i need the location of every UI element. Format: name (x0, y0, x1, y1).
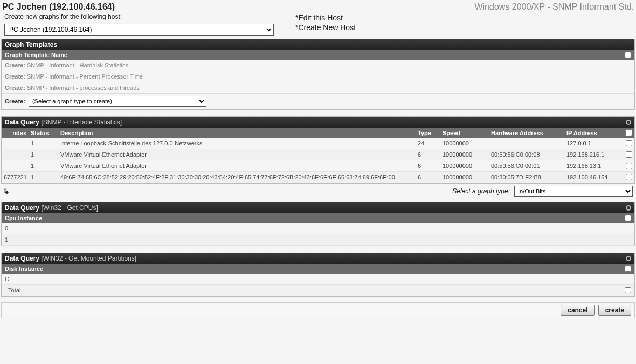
cell-type: 24 (416, 140, 440, 146)
cell-type: 6 (416, 174, 440, 180)
disk-instance-value: _Total (5, 287, 20, 293)
cell-speed: 100000000 (440, 151, 489, 158)
create-prefix: Create: (5, 73, 25, 80)
cell-ip: 192.168.13.1 (564, 163, 624, 169)
interface-row-checkbox[interactable] (626, 151, 632, 158)
interface-query-title: Data Query [SNMP - Interface Statistics] (5, 118, 122, 126)
cell-speed: 10000000 (440, 140, 489, 146)
col-index: ndex (2, 130, 29, 136)
cell-ip: 192.100.46.164 (564, 174, 624, 180)
interface-row[interactable]: 1VMware Virtual Ethernet Adapter61000000… (2, 160, 634, 172)
cell-status: 1 (29, 140, 58, 146)
disk-select-all[interactable] (625, 265, 631, 272)
cpu-instance-value: 1 (5, 236, 8, 243)
graph-template-name: SNMP - Informant - Harddisk Statistics (27, 62, 128, 68)
disk-query-panel: Data Query [WIN32 - Get Mounted Partitio… (1, 253, 635, 297)
disk-row-checkbox[interactable] (625, 287, 631, 293)
cell-hw: 00:30:05:7D:E2:B8 (489, 174, 564, 180)
cpu-query-panel: Data Query [Win32 - Get CPUs] Cpu Instan… (1, 202, 635, 246)
disk-row[interactable]: _Total (2, 285, 634, 296)
reload-icon[interactable] (626, 120, 631, 125)
interface-row-checkbox[interactable] (626, 174, 632, 180)
cpu-select-all[interactable] (625, 215, 631, 221)
cell-desc: VMware Virtual Ethernet Adapter (58, 151, 416, 158)
interface-graph-type-select[interactable]: In/Out Bits (514, 186, 633, 197)
cell-speed: 100000000 (440, 174, 489, 180)
graph-template-name-col: Graph Template Name (5, 52, 67, 58)
disk-query-title: Data Query [WIN32 - Get Mounted Partitio… (5, 255, 136, 262)
cell-status: 1 (29, 163, 58, 169)
graph-type-create-select[interactable]: (Select a graph type to create) (29, 96, 206, 107)
graph-template-row: Create: SNMP - Informant - Percent Proce… (2, 71, 634, 82)
graph-template-name: SNMP - Informant - processes and threads (27, 85, 140, 91)
create-new-host-link[interactable]: *Create New Host (295, 23, 356, 32)
col-desc: Description (58, 130, 416, 136)
create-prefix: Create: (5, 85, 25, 91)
cell-ip: 192.168.216.1 (564, 151, 624, 158)
col-hw: Hardware Address (489, 130, 564, 136)
cell-status: 1 (29, 174, 58, 180)
cpu-row[interactable]: 1 (2, 234, 634, 246)
cell-type: 6 (416, 163, 440, 169)
col-type: Type (416, 130, 440, 136)
edit-host-link[interactable]: *Edit this Host (295, 13, 343, 22)
graph-templates-select-all[interactable] (625, 52, 631, 58)
reload-icon[interactable] (626, 205, 631, 211)
cancel-button[interactable]: cancel (561, 305, 594, 316)
interface-row-checkbox[interactable] (626, 140, 632, 146)
reload-icon[interactable] (626, 256, 631, 261)
cpu-instance-col: Cpu Instance (5, 215, 42, 221)
cell-desc: Interne Loopback-Schnittstelle des 127.0… (58, 140, 416, 146)
interface-row[interactable]: 1Interne Loopback-Schnittstelle des 127.… (2, 138, 634, 149)
cell-desc: VMware Virtual Ethernet Adapter (58, 163, 416, 169)
graph-template-row: Create: SNMP - Informant - processes and… (2, 82, 634, 94)
graph-templates-title: Graph Templates (5, 41, 57, 48)
create-prefix: Create: (5, 62, 25, 68)
cell-status: 1 (29, 151, 58, 158)
col-status: Status (29, 130, 58, 136)
cell-index: 6777221 (2, 174, 29, 180)
interface-query-panel: Data Query [SNMP - Interface Statistics]… (1, 116, 635, 184)
cell-hw: 00:50:56:C0:00:01 (489, 163, 564, 169)
col-speed: Speed (440, 130, 489, 136)
disk-row[interactable]: C: (2, 274, 634, 285)
interface-row-checkbox[interactable] (626, 163, 632, 169)
interface-row[interactable]: 1VMware Virtual Ethernet Adapter61000000… (2, 149, 634, 160)
select-graph-type-label: Select a graph type: (452, 187, 510, 195)
col-ip: IP Address (564, 130, 624, 136)
host-template-label: Windows 2000/XP - SNMP Informant Std. (474, 2, 634, 12)
cell-ip: 127.0.0.1 (564, 140, 624, 146)
page-title: PC Jochen (192.100.46.164) (2, 2, 115, 12)
create-graphs-label: Create new graphs for the following host… (4, 13, 295, 20)
action-bar: cancel create (1, 302, 635, 318)
arrow-icon: ↳ (3, 187, 14, 195)
cpu-query-title: Data Query [Win32 - Get CPUs] (5, 204, 98, 212)
graph-template-name: SNMP - Informant - Percent Processor Tim… (27, 73, 143, 80)
host-select[interactable]: PC Jochen (192.100.46.164) (4, 24, 274, 36)
create-button[interactable]: create (598, 305, 631, 316)
graph-template-row: Create: SNMP - Informant - Harddisk Stat… (2, 60, 634, 71)
cpu-instance-value: 0 (5, 225, 8, 232)
interface-row[interactable]: 6777221149:6E:74:65:6C:28:52:29:20:50:52… (2, 172, 634, 183)
cell-speed: 100000000 (440, 163, 489, 169)
disk-instance-col: Disk Instance (5, 265, 43, 272)
disk-instance-value: C: (5, 276, 11, 282)
cell-hw: 00:50:56:C0:00:08 (489, 151, 564, 158)
interface-select-all[interactable] (625, 129, 632, 136)
graph-templates-panel: Graph Templates Graph Template Name Crea… (1, 39, 635, 110)
create-graph-type-label: Create: (5, 98, 25, 104)
cell-type: 6 (416, 151, 440, 158)
cpu-row[interactable]: 0 (2, 223, 634, 234)
cell-desc: 49:6E:74:65:6C:28:52:29:20:50:52:4F:2F:3… (58, 174, 416, 180)
